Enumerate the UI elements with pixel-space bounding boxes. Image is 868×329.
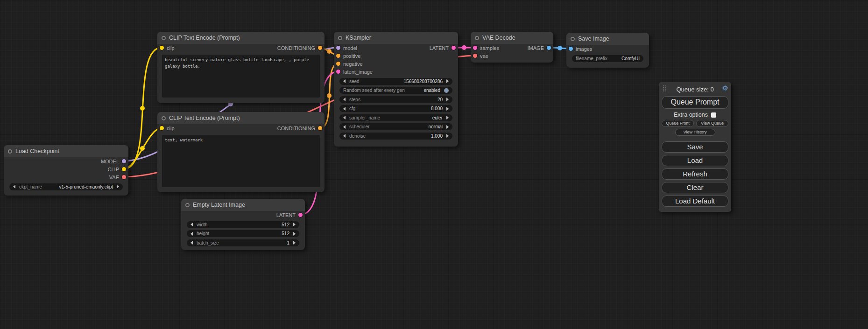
- view-queue-button[interactable]: View Queue: [696, 120, 728, 127]
- increment-arrow-icon[interactable]: [446, 79, 449, 83]
- input-dot-latent-image[interactable]: [336, 70, 340, 74]
- queue-front-button[interactable]: Queue Front: [662, 120, 694, 127]
- output-slot-vae[interactable]: VAE: [4, 173, 128, 181]
- node-collapse-icon[interactable]: [8, 149, 12, 154]
- node-titlebar[interactable]: KSampler: [334, 32, 458, 44]
- output-dot-conditioning[interactable]: [318, 126, 322, 130]
- decrement-arrow-icon[interactable]: [343, 134, 346, 138]
- output-dot-vae[interactable]: [122, 175, 126, 179]
- widget-sampler-name[interactable]: sampler_name euler: [339, 114, 452, 121]
- drag-handle-icon[interactable]: ⣿: [662, 85, 667, 91]
- input-dot-clip[interactable]: [160, 46, 164, 50]
- node-titlebar[interactable]: CLIP Text Encode (Prompt): [157, 32, 325, 44]
- input-dot-model[interactable]: [336, 46, 340, 50]
- output-slot-image[interactable]: IMAGE: [528, 44, 553, 52]
- node-vae-decode[interactable]: VAE Decode samples vae IMAGE: [471, 32, 553, 63]
- increment-arrow-icon[interactable]: [446, 125, 449, 129]
- decrement-arrow-icon[interactable]: [13, 185, 15, 189]
- input-slot-clip[interactable]: clip: [157, 124, 175, 132]
- widget-random-seed-toggle[interactable]: Random seed after every gen enabled: [339, 87, 452, 94]
- input-slot-vae[interactable]: vae: [471, 52, 553, 60]
- positive-prompt-textarea[interactable]: beautiful scenery nature glass bottle la…: [162, 55, 320, 98]
- output-dot-model[interactable]: [122, 159, 126, 163]
- input-dot-clip[interactable]: [160, 126, 164, 130]
- output-dot-latent[interactable]: [452, 46, 456, 50]
- node-empty-latent-image[interactable]: Empty Latent Image LATENT width 512 heig…: [181, 199, 305, 250]
- output-slot-model[interactable]: MODEL: [4, 157, 128, 165]
- node-load-checkpoint[interactable]: Load Checkpoint MODEL CLIP VAE ckpt_name…: [4, 145, 128, 196]
- increment-arrow-icon[interactable]: [293, 241, 296, 245]
- increment-arrow-icon[interactable]: [293, 223, 296, 226]
- node-titlebar[interactable]: Save Image: [566, 33, 649, 45]
- input-dot-vae[interactable]: [473, 54, 477, 58]
- node-collapse-icon[interactable]: [338, 36, 342, 40]
- widget-seed[interactable]: seed 156680208700286: [339, 78, 452, 85]
- toggle-knob-icon[interactable]: [444, 88, 449, 93]
- output-slot-clip[interactable]: CLIP: [4, 165, 128, 173]
- load-default-button[interactable]: Load Default: [662, 196, 728, 207]
- input-slot-negative[interactable]: negative: [334, 60, 458, 68]
- widget-scheduler[interactable]: scheduler normal: [339, 123, 452, 130]
- refresh-button[interactable]: Refresh: [662, 168, 728, 180]
- node-clip-text-encode-negative[interactable]: CLIP Text Encode (Prompt) clip CONDITION…: [157, 112, 325, 192]
- output-dot-latent[interactable]: [298, 213, 303, 217]
- decrement-arrow-icon[interactable]: [343, 125, 346, 129]
- widget-height[interactable]: height 512: [187, 230, 299, 237]
- view-history-button[interactable]: View History: [675, 129, 715, 136]
- output-slot-latent[interactable]: LATENT: [430, 44, 458, 52]
- input-slot-images[interactable]: images: [566, 45, 649, 53]
- increment-arrow-icon[interactable]: [117, 185, 119, 189]
- decrement-arrow-icon[interactable]: [191, 241, 193, 245]
- output-dot-image[interactable]: [547, 46, 551, 50]
- save-button[interactable]: Save: [662, 141, 728, 153]
- widget-ckpt-name[interactable]: ckpt_name v1-5-pruned-emaonly.ckpt: [9, 183, 123, 190]
- increment-arrow-icon[interactable]: [446, 134, 449, 138]
- node-save-image[interactable]: Save Image images filename_prefix ComfyU…: [566, 33, 649, 68]
- output-dot-conditioning[interactable]: [318, 46, 322, 50]
- negative-prompt-textarea[interactable]: text, watermark: [162, 135, 320, 187]
- widget-batch-size[interactable]: batch_size 1: [187, 239, 299, 246]
- decrement-arrow-icon[interactable]: [343, 107, 346, 111]
- widget-width[interactable]: width 512: [187, 221, 299, 228]
- output-slot-conditioning[interactable]: CONDITIONING: [277, 44, 325, 52]
- node-clip-text-encode-positive[interactable]: CLIP Text Encode (Prompt) clip CONDITION…: [157, 32, 325, 103]
- settings-gear-icon[interactable]: ⚙: [722, 84, 728, 91]
- decrement-arrow-icon[interactable]: [343, 98, 346, 101]
- widget-filename-prefix[interactable]: filename_prefix ComfyUI: [572, 55, 643, 62]
- input-dot-images[interactable]: [569, 47, 573, 51]
- load-button[interactable]: Load: [662, 155, 728, 166]
- comfy-menu-panel[interactable]: ⣿ Queue size: 0 ⚙ Queue Prompt Extra opt…: [659, 82, 731, 212]
- increment-arrow-icon[interactable]: [293, 232, 296, 236]
- output-dot-clip[interactable]: [122, 167, 126, 171]
- queue-prompt-button[interactable]: Queue Prompt: [662, 96, 728, 109]
- node-collapse-icon[interactable]: [185, 203, 190, 207]
- increment-arrow-icon[interactable]: [446, 98, 449, 101]
- clear-button[interactable]: Clear: [662, 182, 728, 193]
- input-dot-negative[interactable]: [336, 62, 340, 66]
- input-slot-clip[interactable]: clip: [157, 44, 175, 52]
- node-collapse-icon[interactable]: [571, 37, 575, 41]
- extra-options-checkbox[interactable]: [711, 112, 716, 118]
- widget-cfg[interactable]: cfg 8.000: [339, 105, 452, 112]
- decrement-arrow-icon[interactable]: [191, 223, 193, 226]
- node-titlebar[interactable]: CLIP Text Encode (Prompt): [157, 112, 325, 124]
- widget-steps[interactable]: steps 20: [339, 96, 452, 103]
- output-slot-conditioning[interactable]: CONDITIONING: [277, 124, 325, 132]
- node-collapse-icon[interactable]: [475, 36, 479, 40]
- input-slot-latent-image[interactable]: latent_image: [334, 68, 458, 76]
- decrement-arrow-icon[interactable]: [343, 116, 346, 119]
- widget-denoise[interactable]: denoise 1.000: [339, 133, 452, 140]
- node-titlebar[interactable]: VAE Decode: [471, 32, 553, 44]
- increment-arrow-icon[interactable]: [446, 107, 449, 111]
- output-slot-latent[interactable]: LATENT: [181, 211, 305, 219]
- node-ksampler[interactable]: KSampler model positive negative latent_…: [334, 32, 458, 147]
- node-collapse-icon[interactable]: [162, 36, 166, 40]
- node-titlebar[interactable]: Load Checkpoint: [4, 145, 128, 157]
- decrement-arrow-icon[interactable]: [191, 232, 193, 236]
- input-slot-positive[interactable]: positive: [334, 52, 458, 60]
- input-dot-positive[interactable]: [336, 54, 340, 58]
- increment-arrow-icon[interactable]: [446, 116, 449, 119]
- node-titlebar[interactable]: Empty Latent Image: [181, 199, 305, 211]
- node-collapse-icon[interactable]: [162, 116, 166, 120]
- input-dot-samples[interactable]: [473, 46, 477, 50]
